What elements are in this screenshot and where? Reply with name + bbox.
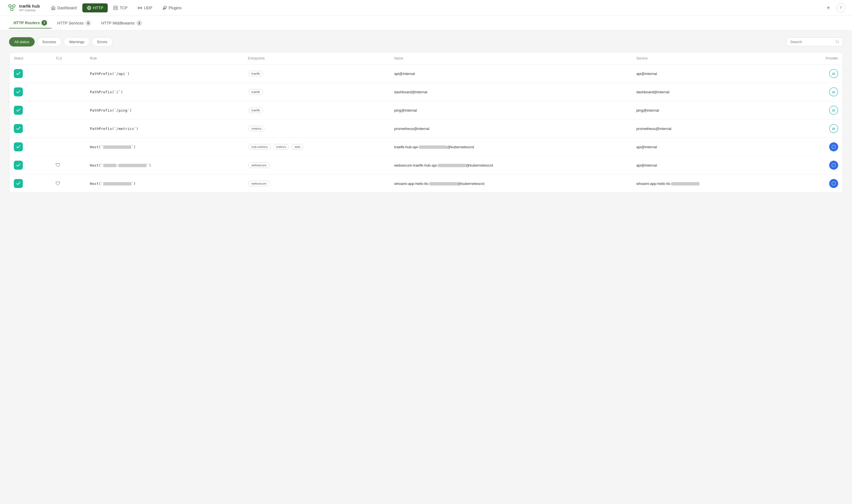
entrypoints-cell: hub-metrics metrics web xyxy=(243,138,389,156)
rule-cell: PathPrefix(`/`) xyxy=(86,83,243,101)
filter-warnings[interactable]: Warnings xyxy=(64,37,90,47)
nav-plugins[interactable]: Plugins xyxy=(158,3,186,13)
svg-point-15 xyxy=(836,40,838,42)
col-provider: Provider xyxy=(794,52,843,65)
tab-http-middlewares[interactable]: HTTP Middlewares 2 xyxy=(97,18,147,28)
status-success-icon xyxy=(14,161,23,170)
rule-cell: Host(` `) xyxy=(86,138,243,156)
filter-success[interactable]: Success xyxy=(37,37,61,47)
col-service: Service xyxy=(632,52,794,65)
redacted xyxy=(671,182,700,185)
name-cell: api@internal xyxy=(389,65,632,83)
filter-errors[interactable]: Errors xyxy=(92,37,112,47)
redacted xyxy=(103,164,116,167)
svg-point-12 xyxy=(140,7,140,8)
entrypoints-cell: metrics xyxy=(243,120,389,138)
middlewares-count-badge: 2 xyxy=(137,20,142,26)
filter-all[interactable]: All status xyxy=(9,37,35,47)
tls-shield-icon: 🛡 xyxy=(56,181,61,186)
help-button[interactable]: ? xyxy=(836,3,845,13)
tls-cell xyxy=(51,83,85,101)
status-cell xyxy=(9,156,51,175)
provider-k8s-icon xyxy=(829,179,838,188)
nav-http[interactable]: HTTP xyxy=(82,3,108,13)
tab-http-routers[interactable]: HTTP Routers 7 xyxy=(9,18,52,29)
entrypoints-cell: traefik xyxy=(243,101,389,120)
provider-cell xyxy=(794,156,843,175)
entrypoints-cell: traefik xyxy=(243,83,389,101)
tls-cell xyxy=(51,120,85,138)
logo-subtitle: API Gateway xyxy=(19,9,40,12)
name-cell: websecure-traefik-hub-api- @kubernetescr… xyxy=(389,156,632,175)
redacted xyxy=(103,182,131,185)
nav-tcp[interactable]: TCP xyxy=(109,3,132,13)
service-cell: api@internal xyxy=(632,156,794,175)
nav-udp[interactable]: UDP xyxy=(133,3,157,13)
routers-count-badge: 7 xyxy=(41,20,47,26)
status-success-icon xyxy=(14,142,23,151)
provider-k8s-icon xyxy=(829,161,838,170)
status-cell xyxy=(9,138,51,156)
tls-cell: 🛡 xyxy=(51,156,85,175)
nav-dashboard[interactable]: Dashboard xyxy=(47,3,81,13)
logo-text: træfik hub API Gateway xyxy=(19,4,40,12)
nav-items: Dashboard HTTP TCP UDP Plugins xyxy=(47,3,821,13)
server-icon xyxy=(113,6,118,10)
table-row[interactable]: 🛡 Host(` `) websecure whoami-app-hello-t… xyxy=(9,175,843,193)
provider-ae-icon: æ xyxy=(829,106,838,115)
table-row[interactable]: PathPrefix(`/metrics`) metrics prometheu… xyxy=(9,120,843,138)
entrypoint-tag: hub-metrics xyxy=(248,144,271,150)
svg-point-2 xyxy=(11,8,13,11)
table-row[interactable]: PathPrefix(`/api`) traefik api@internal … xyxy=(9,65,843,83)
service-cell: whoami-app-hello-tls- xyxy=(632,175,794,193)
svg-rect-8 xyxy=(114,6,117,7)
entrypoint-tag: traefik xyxy=(248,71,263,76)
entrypoints-cell: websecure xyxy=(243,156,389,175)
radio-icon xyxy=(138,6,142,10)
rule-cell: PathPrefix(`/api`) xyxy=(86,65,243,83)
search-input[interactable] xyxy=(790,40,833,44)
provider-cell: æ xyxy=(794,101,843,120)
name-cell: dashboard@internal xyxy=(389,83,632,101)
services-count-badge: 6 xyxy=(86,20,91,26)
col-status: Status xyxy=(9,52,51,65)
table-row[interactable]: Host(` `) hub-metrics metrics web traefi… xyxy=(9,138,843,156)
routers-table: Status TLS Rule Entrypoints Name Service… xyxy=(9,52,843,193)
name-cell: ping@internal xyxy=(389,101,632,120)
entrypoint-tag: websecure xyxy=(248,162,270,168)
logo-title: træfik hub xyxy=(19,4,40,9)
provider-k8s-icon xyxy=(829,142,838,151)
sub-nav: HTTP Routers 7 HTTP Services 6 HTTP Midd… xyxy=(0,16,852,31)
provider-ae-icon: æ xyxy=(829,124,838,133)
filter-bar: All status Success Warnings Errors xyxy=(9,37,843,47)
svg-point-1 xyxy=(13,4,15,7)
status-cell xyxy=(9,83,51,101)
tab-http-services[interactable]: HTTP Services 6 xyxy=(53,18,95,28)
search-icon xyxy=(835,39,839,44)
theme-toggle[interactable]: ☀ xyxy=(824,3,833,13)
entrypoints-cell: traefik xyxy=(243,65,389,83)
col-name: Name xyxy=(389,52,632,65)
table-header-row: Status TLS Rule Entrypoints Name Service… xyxy=(9,52,843,65)
provider-cell: æ xyxy=(794,65,843,83)
redacted xyxy=(119,164,147,167)
rule-cell: Host(` - `) xyxy=(86,156,243,175)
entrypoint-tag: websecure xyxy=(248,181,270,186)
provider-cell xyxy=(794,175,843,193)
rule-cell: PathPrefix(`/ping`) xyxy=(86,101,243,120)
col-tls: TLS xyxy=(51,52,85,65)
home-icon xyxy=(51,6,56,10)
redacted xyxy=(419,145,447,149)
status-success-icon xyxy=(14,106,23,115)
provider-ae-icon: æ xyxy=(829,87,838,96)
name-cell: prometheus@internal xyxy=(389,120,632,138)
tls-shield-icon: 🛡 xyxy=(56,162,61,168)
tls-cell xyxy=(51,101,85,120)
provider-cell: æ xyxy=(794,83,843,101)
svg-line-16 xyxy=(838,42,839,43)
redacted xyxy=(103,145,131,149)
table-row[interactable]: PathPrefix(`/`) traefik dashboard@intern… xyxy=(9,83,843,101)
table-row[interactable]: PathPrefix(`/ping`) traefik ping@interna… xyxy=(9,101,843,120)
redacted xyxy=(429,182,457,185)
table-row[interactable]: 🛡 Host(` - `) websecure websecure-traefi… xyxy=(9,156,843,175)
